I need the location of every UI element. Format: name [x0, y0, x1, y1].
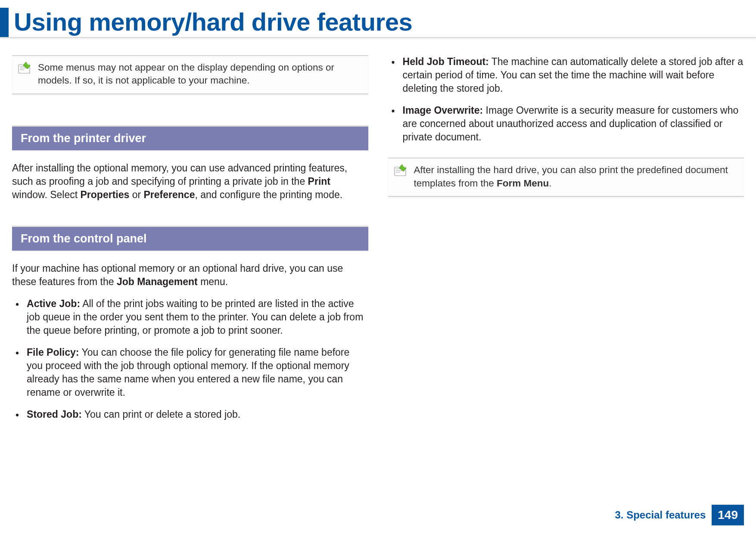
- note-text: Some menus may not appear on the display…: [38, 60, 363, 87]
- right-column: • Held Job Timeout: The machine can auto…: [388, 55, 744, 431]
- bullet-body: Active Job: All of the print jobs waitin…: [27, 297, 368, 337]
- list-item: • Held Job Timeout: The machine can auto…: [388, 55, 744, 95]
- page-number: 149: [712, 505, 744, 525]
- section1-paragraph: After installing the optional memory, yo…: [12, 161, 368, 202]
- section2-intro: If your machine has optional memory or a…: [12, 262, 368, 289]
- bullet-body: File Policy: You can choose the file pol…: [27, 346, 368, 399]
- title-accent-bar: [0, 8, 9, 37]
- section-heading-driver: From the printer driver: [12, 125, 368, 150]
- text-fragment: After installing the optional memory, yo…: [12, 162, 347, 187]
- text-fragment: .: [549, 178, 551, 189]
- note-box-menus: Some menus may not appear on the display…: [12, 55, 368, 94]
- text-fragment: window. Select: [12, 189, 81, 200]
- bold-print: Print: [308, 176, 330, 187]
- left-column: Some menus may not appear on the display…: [12, 55, 368, 431]
- bullet-icon: •: [392, 55, 395, 95]
- text-fragment: , and configure the printing mode.: [195, 189, 342, 200]
- bullet-icon: •: [392, 104, 395, 144]
- chapter-label: 3. Special features: [615, 509, 706, 521]
- text-fragment: menu.: [198, 276, 228, 287]
- bullet-label: Held Job Timeout:: [403, 56, 489, 67]
- bullet-body: Image Overwrite: Image Overwrite is a se…: [403, 104, 744, 144]
- page-footer: 3. Special features 149: [615, 505, 744, 525]
- note-text: After installing the hard drive, you can…: [414, 163, 739, 190]
- list-item: • File Policy: You can choose the file p…: [12, 346, 368, 399]
- bullet-label: Image Overwrite:: [403, 105, 483, 116]
- bold-properties: Properties: [81, 189, 130, 200]
- title-area: Using memory/hard drive features: [0, 0, 756, 38]
- text-fragment: or: [129, 189, 143, 200]
- bullet-label: File Policy:: [27, 347, 79, 358]
- bold-form-menu: Form Menu: [497, 178, 549, 189]
- note-icon: [17, 60, 32, 75]
- note-icon: [393, 163, 408, 177]
- note-box-form-menu: After installing the hard drive, you can…: [388, 158, 744, 197]
- bold-preference: Preference: [144, 189, 195, 200]
- bullet-label: Active Job:: [27, 298, 80, 309]
- section-heading-panel: From the control panel: [12, 226, 368, 251]
- bullet-body: Held Job Timeout: The machine can automa…: [403, 55, 744, 95]
- list-item: • Stored Job: You can print or delete a …: [12, 408, 368, 422]
- bullet-icon: •: [16, 346, 19, 399]
- bullet-icon: •: [16, 408, 19, 422]
- bold-job-management: Job Management: [117, 276, 198, 287]
- page-title: Using memory/hard drive features: [14, 9, 412, 37]
- list-item: • Image Overwrite: Image Overwrite is a …: [388, 104, 744, 144]
- list-item: • Active Job: All of the print jobs wait…: [12, 297, 368, 337]
- bullet-label: Stored Job:: [27, 409, 82, 420]
- bullet-icon: •: [16, 297, 19, 337]
- content-area: Some menus may not appear on the display…: [0, 38, 756, 431]
- bullet-text: You can print or delete a stored job.: [82, 409, 240, 420]
- bullet-body: Stored Job: You can print or delete a st…: [27, 408, 368, 422]
- text-fragment: After installing the hard drive, you can…: [414, 165, 728, 188]
